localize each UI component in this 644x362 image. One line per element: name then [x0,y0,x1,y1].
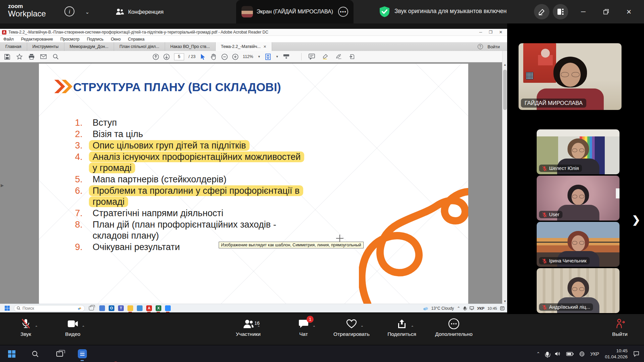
previous-page-icon[interactable] [153,54,159,60]
start-button[interactable] [5,306,10,311]
minimize-button[interactable]: ─ [578,6,589,17]
video-tile[interactable]: Ірина Чичельник [537,222,620,267]
windows-start-button[interactable] [8,345,15,362]
menu-item[interactable]: Окно [111,37,121,42]
presentation-mode-icon[interactable] [283,54,289,60]
network-globe-icon[interactable] [579,351,585,357]
language-indicator[interactable]: УКР [590,351,599,357]
chevron-down-icon[interactable]: ⌄ [85,9,90,15]
chevron-up-icon[interactable]: ⌃ [35,325,38,329]
control-share[interactable]: ⌃Поделиться [377,314,427,345]
folder-icon[interactable] [127,305,133,311]
scrollbar-thumb[interactable] [503,70,507,110]
info-icon[interactable]: i [64,6,74,16]
language-indicator[interactable]: УКР [477,306,484,310]
notification-center-icon[interactable] [633,351,639,357]
highlighter-icon[interactable] [322,54,328,60]
scroll-up-icon[interactable]: ▲ [502,63,507,66]
display-tray-icon[interactable] [470,306,474,310]
select-tool-icon[interactable] [200,54,206,60]
search-icon[interactable] [52,54,59,60]
comment-icon[interactable] [309,54,315,60]
outlook-icon[interactable]: O [109,305,114,311]
desktop-search-box[interactable]: ✦ [14,305,85,312]
chevron-up-icon[interactable]: ⌃ [361,325,364,329]
gallery-view-button[interactable] [553,4,568,19]
save-icon[interactable] [4,54,10,60]
more-options-icon[interactable]: ●●● [338,7,348,17]
chevron-up-icon[interactable]: ⌃ [82,325,85,329]
clock[interactable]: 10:45 01.04.2026 [605,348,628,360]
acrobat-tab[interactable]: Меморандум_Дон... [64,42,114,51]
fit-page-caret-icon[interactable]: ▼ [276,55,279,58]
tab-close-icon[interactable]: ✕ [263,45,266,49]
star-icon[interactable] [16,54,22,60]
sign-pen-icon[interactable] [335,54,342,60]
annotate-button[interactable] [534,4,549,19]
acrobat-tab[interactable]: План спільної діял... [114,42,165,51]
notification-tray-icon[interactable] [500,306,504,310]
acrobat-tab[interactable]: Тема-2.2_-Матвійч...✕ [216,42,272,51]
weather-text[interactable]: 13°C Cloudy [431,306,454,311]
clock[interactable]: 10:45 [487,306,497,310]
app-grid-icon[interactable] [99,305,105,311]
control-heart[interactable]: ⌃Отреагировать [326,314,377,345]
video-tile[interactable]: ГАЙДАЙ МИРОСЛАВА [519,43,622,110]
chevron-up-icon[interactable]: ⌃ [257,325,260,329]
next-participants-button[interactable]: ❯ [632,214,640,226]
control-mic-muted[interactable]: ⌃Звук [1,314,51,345]
task-view-icon[interactable] [89,306,94,310]
zoom-out-icon[interactable] [221,54,228,60]
next-page-icon[interactable] [163,54,170,60]
video-tile[interactable]: User [537,176,620,221]
fill-sign-icon[interactable] [349,54,355,60]
chevron-up-icon[interactable]: ⌃ [313,325,316,329]
control-camera[interactable]: ⌃Видео [48,314,98,345]
acrobat-minimize-button[interactable]: ─ [476,29,486,36]
tab-screen-share[interactable]: Экран (ГАЙДАЙ МИРОСЛАВА) ●●● [236,0,354,23]
menu-item[interactable]: Редактирование [21,37,53,42]
taskbar-app-app-blue[interactable] [75,346,90,361]
zoom-in-icon[interactable] [232,54,238,60]
search-input[interactable] [22,306,66,311]
vertical-scrollbar[interactable]: ▲ ▼ [502,62,507,304]
menu-item[interactable]: Просмотр [60,37,79,42]
fit-page-icon[interactable] [265,54,271,60]
scroll-down-icon[interactable]: ▼ [502,300,507,303]
control-leave[interactable]: Выйти [595,314,644,345]
mic-tray-icon[interactable] [546,352,549,356]
zoom-level-caret-icon[interactable]: ▼ [258,55,261,58]
page-number-input[interactable] [174,53,184,60]
tab-conference[interactable]: Конференция [111,0,168,23]
hand-tool-icon[interactable] [211,54,217,60]
acrobat-close-button[interactable]: ✕ [496,29,506,36]
restore-button[interactable] [600,6,612,17]
control-more[interactable]: Дополнительно [429,314,479,345]
mic-tray-icon[interactable] [463,305,467,311]
acrobat-tab[interactable]: Наказ ВО_Про ств... [165,42,216,51]
acrobat-tab[interactable]: Главная [0,42,27,51]
control-participants[interactable]: 16⌃Участники [223,314,273,345]
menu-item[interactable]: Подпись [87,37,103,42]
acrobat-icon[interactable]: A [146,305,152,311]
control-chat[interactable]: 1⌃Чат [278,314,329,345]
close-button[interactable]: ✕ [623,6,635,17]
acrobat-restore-button[interactable]: ❐ [486,29,496,36]
tray-expand-icon[interactable]: ⌃ [536,351,540,356]
menu-item[interactable]: Файл [3,37,14,42]
app-doc-icon[interactable] [137,305,143,311]
video-tile[interactable]: Андріївський ліц... [537,268,620,313]
battery-icon[interactable] [566,352,574,356]
acrobat-tab[interactable]: Инструменты [27,42,64,51]
video-tile[interactable]: Шелест Юлія [537,129,620,174]
chevron-up-icon[interactable]: ⌃ [411,325,414,329]
zoom-level-value[interactable]: 112% [243,54,253,59]
email-icon[interactable] [40,54,47,60]
help-icon[interactable]: ? [478,44,483,49]
excel-icon[interactable]: X [156,305,161,311]
security-shield-icon[interactable] [379,6,390,17]
speaker-icon[interactable] [555,351,560,356]
menu-item[interactable]: Справка [128,37,145,42]
tray-expand-icon[interactable]: ⌃ [457,306,460,311]
sign-in-button[interactable]: Войти [488,44,500,49]
